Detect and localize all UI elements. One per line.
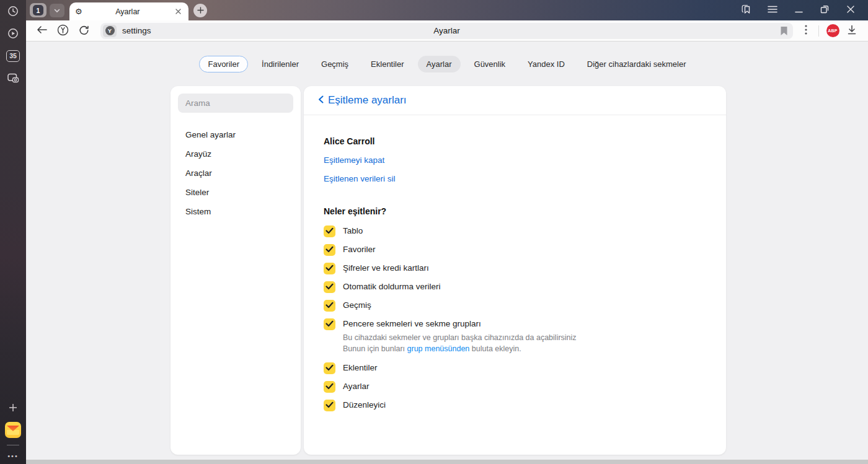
settings-menu-item[interactable]: Genel ayarlar bbox=[178, 125, 293, 144]
settings-menu: Genel ayarlar Arayüz Araçlar Siteler Sis… bbox=[178, 125, 293, 221]
checkbox-label[interactable]: Pencere sekmeleri ve sekme grupları bbox=[343, 319, 481, 328]
checkbox-label[interactable]: Favoriler bbox=[343, 245, 376, 254]
address-page-title: Ayarlar bbox=[100, 26, 793, 35]
sync-settings-card: Eşitleme ayarları Alice Carroll Eşitleme… bbox=[304, 86, 726, 455]
sync-back-button[interactable] bbox=[314, 94, 327, 107]
toolbar-more-button[interactable] bbox=[798, 22, 814, 40]
screenshot-button[interactable] bbox=[0, 67, 26, 89]
yandex-mail-icon bbox=[5, 422, 21, 438]
settings-nav-tab[interactable]: Ayarlar bbox=[418, 56, 461, 72]
checkbox-label[interactable]: Düzenleyici bbox=[343, 400, 386, 409]
address-bar[interactable]: Y settings Ayarlar bbox=[100, 23, 793, 39]
checkbox-checked[interactable] bbox=[324, 381, 335, 393]
checkbox-label[interactable]: Ayarlar bbox=[343, 382, 370, 391]
close-window-button[interactable] bbox=[842, 2, 859, 19]
sync-checkbox-row: Eklentiler bbox=[324, 359, 706, 377]
sync-checkbox-list: Tablo bbox=[324, 222, 706, 414]
rail-divider bbox=[7, 445, 19, 445]
settings-sidebar-card: Genel ayarlar Arayüz Araçlar Siteler Sis… bbox=[170, 86, 301, 455]
reload-icon bbox=[79, 25, 89, 37]
add-panel-button[interactable] bbox=[0, 396, 26, 419]
tab-group-count: 1 bbox=[33, 5, 43, 15]
active-tab[interactable]: ⚙ Ayarlar bbox=[69, 2, 188, 20]
restore-window-icon bbox=[820, 5, 829, 15]
settings-menu-item[interactable]: Arayüz bbox=[178, 144, 293, 164]
check-icon bbox=[326, 320, 334, 329]
sync-action-link[interactable]: Eşitlenen verileri sil bbox=[324, 174, 706, 183]
settings-nav-tab[interactable]: Favoriler bbox=[199, 56, 248, 72]
settings-nav-tab[interactable]: Eklentiler bbox=[362, 56, 412, 72]
downloads-button[interactable] bbox=[842, 22, 862, 40]
sync-action-link[interactable]: Eşitlemeyi kapat bbox=[324, 155, 706, 165]
check-icon bbox=[326, 282, 334, 292]
site-favicon[interactable]: Y bbox=[103, 25, 117, 37]
download-icon bbox=[847, 25, 857, 37]
checkbox-checked[interactable] bbox=[324, 281, 335, 293]
checkbox-label[interactable]: Şifreler ve kredi kartları bbox=[343, 263, 429, 273]
checkbox-checked[interactable] bbox=[324, 400, 335, 411]
description-line1: Bu cihazdaki sekmeler ve grupları başka … bbox=[343, 333, 577, 342]
checkbox-label[interactable]: Otomatik doldurma verileri bbox=[343, 282, 441, 291]
toolbar-separator bbox=[818, 25, 819, 37]
settings-content: Genel ayarlar Arayüz Araçlar Siteler Sis… bbox=[170, 86, 868, 455]
tab-close-icon[interactable] bbox=[173, 7, 183, 17]
checkbox-label[interactable]: Geçmiş bbox=[343, 300, 371, 310]
settings-search-input[interactable] bbox=[178, 94, 293, 113]
plus-icon bbox=[8, 403, 18, 413]
address-url-text: settings bbox=[122, 26, 151, 35]
window-controls bbox=[738, 2, 868, 19]
side-panels-button[interactable] bbox=[738, 2, 755, 19]
checkbox-checked[interactable] bbox=[324, 225, 335, 237]
minimize-button[interactable] bbox=[790, 2, 807, 19]
check-icon bbox=[326, 301, 334, 310]
description-line2-prefix: Bunun için bunları bbox=[343, 344, 407, 353]
sync-checkbox-row: Ayarlar bbox=[324, 377, 706, 396]
plus-icon bbox=[197, 5, 204, 15]
settings-nav-tab[interactable]: Geçmiş bbox=[312, 56, 357, 72]
all-tabs-button[interactable]: 35 bbox=[0, 45, 26, 67]
settings-menu-item[interactable]: Araçlar bbox=[178, 164, 293, 183]
sync-section-title: Neler eşitlenir? bbox=[324, 206, 706, 216]
more-dots-icon: ••• bbox=[7, 452, 19, 460]
settings-menu-item[interactable]: Sistem bbox=[178, 202, 293, 221]
sync-checkbox-row: Şifreler ve kredi kartları bbox=[324, 259, 706, 278]
yandex-services-button[interactable] bbox=[52, 22, 73, 40]
check-icon bbox=[326, 245, 334, 255]
reload-button[interactable] bbox=[73, 22, 94, 40]
back-button[interactable] bbox=[31, 22, 52, 40]
checkbox-checked[interactable] bbox=[324, 244, 335, 256]
new-tab-button[interactable] bbox=[193, 4, 207, 17]
settings-menu-item[interactable]: Siteler bbox=[178, 183, 293, 202]
history-button[interactable] bbox=[0, 0, 26, 22]
browser-window: 35 ••• bbox=[0, 0, 868, 464]
check-icon bbox=[326, 382, 334, 392]
video-player-button[interactable] bbox=[0, 22, 26, 45]
settings-nav-tab[interactable]: Güvenlik bbox=[466, 56, 515, 72]
checkbox-checked[interactable] bbox=[324, 362, 335, 374]
tab-group-chevron-button[interactable] bbox=[50, 4, 64, 17]
group-menu-link[interactable]: grup menüsünden bbox=[407, 344, 470, 353]
checkbox-label[interactable]: Eklentiler bbox=[343, 363, 378, 372]
browser-menu-button[interactable] bbox=[764, 2, 781, 19]
restore-button[interactable] bbox=[816, 2, 833, 19]
rail-more-button[interactable]: ••• bbox=[0, 448, 26, 464]
tab-strip: 1 ⚙ Ayarlar bbox=[26, 0, 868, 20]
yandex-mail-button[interactable] bbox=[0, 419, 26, 441]
sync-checkbox-row: Pencere sekmeleri ve sekme grupları Bu c… bbox=[324, 315, 706, 359]
checkbox-checked[interactable] bbox=[324, 263, 335, 274]
checkbox-label[interactable]: Tablo bbox=[343, 226, 363, 235]
yandex-y-circle-icon bbox=[57, 24, 69, 38]
checkbox-checked[interactable] bbox=[324, 318, 335, 330]
browser-main-column: 1 ⚙ Ayarlar bbox=[26, 0, 868, 464]
sync-checkbox-row: Favoriler bbox=[324, 240, 706, 259]
check-icon bbox=[326, 364, 334, 373]
settings-nav-tab[interactable]: Diğer cihazlardaki sekmeler bbox=[578, 56, 695, 72]
settings-nav-tab[interactable]: İndirilenler bbox=[253, 56, 308, 72]
browser-side-rail: 35 ••• bbox=[0, 0, 26, 464]
checkbox-checked[interactable] bbox=[324, 300, 335, 312]
settings-nav-tab[interactable]: Yandex ID bbox=[519, 56, 574, 72]
account-name: Alice Carroll bbox=[324, 136, 706, 146]
bookmark-flag-icon[interactable] bbox=[780, 26, 788, 36]
adblock-extension-button[interactable]: ABP bbox=[823, 22, 842, 40]
tab-group-chip[interactable]: 1 bbox=[30, 3, 46, 17]
